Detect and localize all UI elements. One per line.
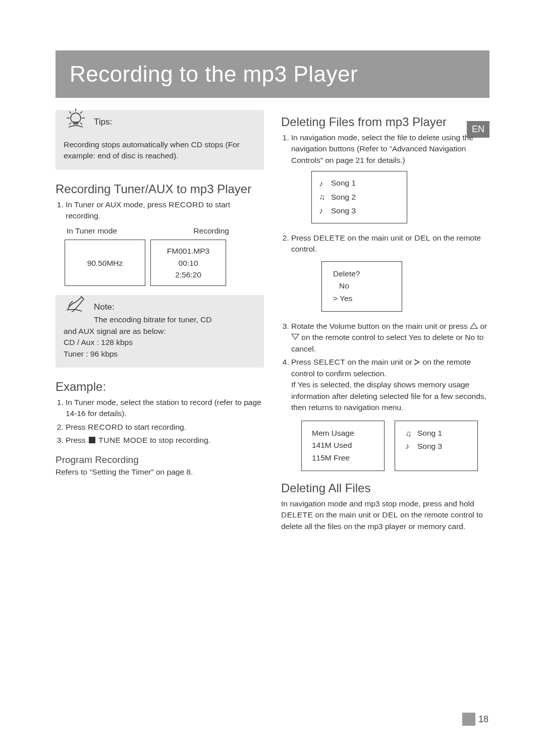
list-item: In Tuner or AUX mode, press RECORD to st… [66, 199, 264, 222]
deleting-steps: In navigation mode, select the file to d… [281, 132, 489, 166]
music-note-icon: ♪ [319, 177, 326, 190]
song-row: ♪ Song 3 [405, 440, 467, 453]
lcd-recording-box: FM001.MP3 00:10 2:56:20 [150, 240, 226, 286]
list-item: Press DELETE on the main unit or DEL on … [291, 232, 489, 255]
song-row-selected: ♫ Song 2 [319, 190, 398, 204]
song-name: Song 3 [331, 204, 356, 217]
lcd-display-row: 90.50MHz FM001.MP3 00:10 2:56:20 [65, 240, 264, 286]
lcd-label-tuner: In Tuner mode [67, 226, 117, 236]
lcd-song-list-after-box: ♫ Song 1 ♪ Song 3 [395, 421, 478, 471]
down-triangle-icon [291, 334, 299, 340]
section-heading-deleting-all: Deleting All Files [281, 481, 489, 495]
list-item: Rotate the Volume button on the main uni… [291, 321, 489, 355]
tips-lightbulb-icon [64, 106, 90, 134]
right-column: Deleting Files from mp3 Player In naviga… [281, 110, 489, 532]
music-note-icon: ♫ [405, 427, 412, 440]
page-title-banner: Recording to the mp3 Player [56, 50, 489, 98]
record-button-label: RECORD [169, 200, 204, 209]
svg-line-7 [80, 123, 82, 125]
tips-block: Tips: Recording stops automatically when… [56, 110, 264, 170]
delete-button-label: DELETE [281, 510, 313, 519]
stop-icon [89, 437, 95, 443]
lcd-delete-prompt-box: Delete? No > Yes [321, 261, 402, 312]
delete-prompt: Delete? [333, 268, 391, 280]
list-item: Press RECORD to start recording. [66, 422, 264, 433]
list-item: In navigation mode, select the file to d… [291, 132, 489, 166]
tips-body: Recording stops automatically when CD st… [64, 139, 256, 162]
example-steps: In Tuner mode, select the station to rec… [56, 397, 264, 446]
delete-button-label: DELETE [313, 234, 345, 242]
lcd-rec-remaining: 2:56:20 [157, 269, 220, 280]
lcd-labels-row: In Tuner mode Recording [65, 226, 231, 236]
list-item: Press TUNE MODE to stop recording. [66, 435, 264, 446]
page-number: 18 [478, 714, 488, 725]
section-heading-recording-tuner: Recording Tuner/AUX to mp3 Player [56, 182, 264, 196]
record-button-label: RECORD [88, 423, 123, 431]
song-row: ♪ Song 3 [319, 204, 398, 217]
note-body: The encoding bitrate for tuner, CD and A… [64, 314, 256, 360]
manual-page: Recording to the mp3 Player EN [0, 0, 545, 756]
page-title: Recording to the mp3 Player [70, 62, 358, 86]
program-recording-heading: Program Recording [56, 454, 264, 466]
deleting-steps-cont: Press DELETE on the main unit or DEL on … [281, 232, 489, 255]
note-block: Note: The encoding bitrate for tuner, CD… [56, 295, 264, 368]
deleting-steps-cont2: Rotate the Volume button on the main uni… [281, 321, 489, 414]
up-triangle-icon [470, 323, 478, 329]
tune-mode-button-label: TUNE MODE [98, 436, 148, 444]
delete-option-no: No [333, 280, 391, 293]
list-item: Press SELECT on the main unit or on the … [291, 357, 489, 413]
song-name: Song 1 [417, 427, 442, 440]
note-hand-writing-icon [64, 291, 90, 316]
del-button-label: DEL [382, 510, 398, 519]
svg-line-4 [69, 111, 71, 113]
deleting-all-body: In navigation mode and mp3 stop mode, pr… [281, 498, 489, 532]
page-number-block: 18 [462, 713, 488, 726]
note-label: Note: [94, 302, 256, 312]
content-columns: Tips: Recording stops automatically when… [56, 110, 489, 532]
tips-label: Tips: [94, 117, 256, 127]
music-note-icon: ♪ [319, 204, 326, 217]
svg-line-5 [80, 111, 82, 113]
language-tag: EN [467, 121, 489, 138]
recording-steps: In Tuner or AUX mode, press RECORD to st… [56, 199, 264, 222]
lcd-label-recording: Recording [193, 226, 229, 236]
lcd-tuner-freq: 90.50MHz [87, 257, 123, 269]
del-button-label: DEL [414, 234, 430, 242]
delete-option-yes: > Yes [333, 293, 391, 305]
lcd-rec-elapsed: 00:10 [157, 257, 220, 269]
song-name: Song 3 [417, 440, 442, 453]
music-note-icon: ♪ [405, 440, 412, 453]
lcd-rec-filename: FM001.MP3 [157, 245, 220, 257]
list-item: In Tuner mode, select the station to rec… [66, 397, 264, 420]
select-button-label: SELECT [313, 358, 345, 366]
song-row: ♪ Song 1 [319, 177, 398, 190]
lcd-song-list-box: ♪ Song 1 ♫ Song 2 ♪ Song 3 [311, 171, 407, 223]
svg-line-6 [69, 123, 71, 125]
song-name: Song 1 [331, 177, 356, 190]
left-column: Tips: Recording stops automatically when… [56, 110, 264, 532]
svg-point-0 [71, 113, 81, 123]
lcd-tuner-box: 90.50MHz [65, 240, 145, 286]
program-recording-body: Refers to “Setting the Timer” on page 8. [56, 467, 264, 478]
mem-usage-title: Mem Usage [312, 427, 374, 440]
song-name: Song 2 [331, 191, 356, 204]
song-row: ♫ Song 1 [405, 427, 467, 440]
mem-used: 141M Used [312, 439, 374, 452]
play-triangle-icon [414, 359, 420, 365]
lcd-result-boxes: Mem Usage 141M Used 115M Free ♫ Song 1 ♪… [301, 421, 489, 471]
section-heading-deleting-files: Deleting Files from mp3 Player [281, 115, 489, 129]
example-heading: Example: [56, 380, 264, 394]
page-number-decoration [462, 713, 475, 726]
mem-free: 115M Free [312, 452, 374, 464]
music-note-icon: ♫ [319, 190, 326, 204]
lcd-memory-usage-box: Mem Usage 141M Used 115M Free [301, 421, 385, 471]
